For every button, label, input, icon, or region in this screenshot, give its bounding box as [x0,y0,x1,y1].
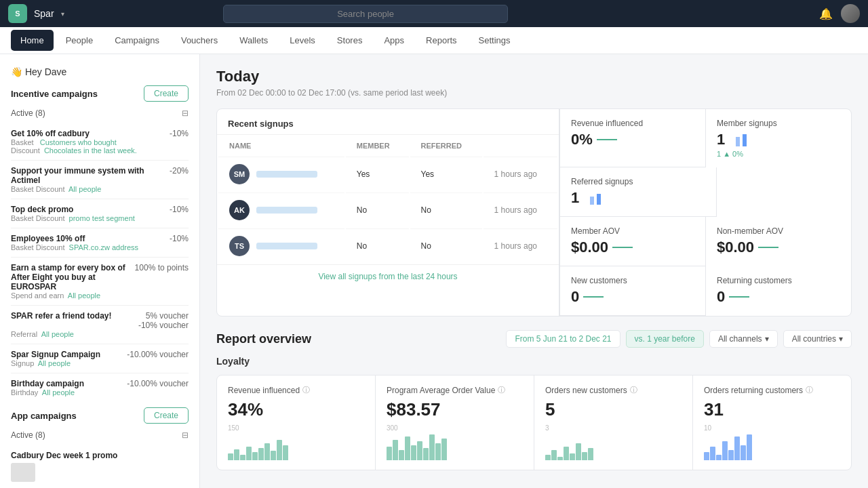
table-row: AK No No 1 hours ago [218,192,557,227]
bar [716,455,722,460]
campaign-link[interactable]: SPAR.co.zw address [69,243,139,251]
campaign-thumbnail [11,463,35,482]
nav-item-home[interactable]: Home [11,30,54,51]
nav-item-campaigns[interactable]: Campaigns [105,30,169,51]
stats-grid: Revenue influenced 0% Member signups 1 1… [559,109,851,316]
user-name-redacted [256,243,317,249]
campaign-item: Spar Signup Campaign -10.00% voucher Sig… [11,344,189,373]
campaign-link[interactable]: All people [38,359,71,367]
nav-item-apps[interactable]: Apps [374,30,414,51]
bar [393,440,398,460]
collapse-icon[interactable]: ⊟ [182,108,189,118]
search-input[interactable] [223,5,508,23]
nav-item-vouchers[interactable]: Vouchers [172,30,227,51]
campaign-link[interactable]: All people [68,185,101,193]
bar [728,450,734,460]
bar [234,449,239,460]
avatar[interactable] [841,4,860,23]
nav-item-levels[interactable]: Levels [280,30,325,51]
signup-name-cell: SM [218,157,344,191]
svg-rect-2 [590,197,594,205]
bar [417,441,422,460]
bar [228,453,233,460]
sidebar: 👋 Hey Dave Incentive campaigns Create Ac… [0,54,200,488]
bar [283,445,288,460]
stat-line [597,139,617,140]
loyalty-card-returning-orders: Orders returning customers ⓘ 31 10 [693,375,851,470]
compare-button[interactable]: vs. 1 year before [626,330,704,348]
search-container [223,5,508,23]
recent-signups-panel: Recent signups NAME MEMBER REFERRED [217,109,559,316]
all-channels-dropdown[interactable]: All channels ▾ [709,330,778,348]
bar [582,452,587,460]
user-name-redacted [256,171,317,178]
nav-item-people[interactable]: People [56,30,102,51]
info-icon[interactable]: ⓘ [806,385,813,395]
campaign-item: Get 10% off cadbury -10% Basket Customer… [11,123,189,161]
app-logo[interactable]: S [8,4,27,23]
bar [570,453,575,460]
avatar: TS [229,236,250,256]
info-icon[interactable]: ⓘ [302,385,310,395]
nav-item-stores[interactable]: Stores [328,30,372,51]
report-filters: From 5 Jun 21 to 2 Dec 21 vs. 1 year bef… [506,330,852,348]
view-all-signups-link[interactable]: View all signups from the last 24 hours [217,264,559,288]
layout: 👋 Hey Dave Incentive campaigns Create Ac… [0,54,868,488]
app-create-button[interactable]: Create [144,407,189,424]
col-referred: REFERRED [410,136,482,155]
nav-item-wallets[interactable]: Wallets [230,30,277,51]
today-grid: Recent signups NAME MEMBER REFERRED [216,108,852,317]
campaign-link2[interactable]: Chocolates in the last week. [44,146,137,155]
nav-item-settings[interactable]: Settings [469,30,520,51]
stat-empty [717,167,851,217]
bar [264,443,270,460]
bar [423,448,429,460]
campaign-item: SPAR refer a friend today! 5% voucher-10… [11,306,189,344]
col-time [484,136,557,155]
info-icon[interactable]: ⓘ [498,385,505,395]
bar [271,451,276,460]
bar [252,452,258,460]
bar [405,436,410,460]
bar [741,445,746,460]
bar [564,447,569,460]
date-range-button[interactable]: From 5 Jun 21 to 2 Dec 21 [506,330,620,348]
loyalty-card-revenue: Revenue influenced ⓘ 34% 150 [217,375,376,470]
campaign-item: Top deck promo -10% Basket Discount prom… [11,199,189,228]
table-row: TS No No 1 hours ago [218,228,557,263]
chevron-down-icon: ▾ [765,334,769,344]
brand-chevron[interactable]: ▾ [61,10,64,18]
nav-item-reports[interactable]: Reports [416,30,467,51]
stats-row-2: Referred signups 1 [559,167,851,217]
bar [429,434,435,460]
bar [747,434,752,460]
campaign-link[interactable]: promo test segment [69,214,135,222]
col-member: MEMBER [346,136,409,155]
bar [435,443,441,460]
bar [722,441,728,460]
app-collapse-icon[interactable]: ⊟ [182,430,189,440]
notifications-bell-icon[interactable]: 🔔 [819,7,833,20]
info-icon[interactable]: ⓘ [630,385,637,395]
incentive-title: Incentive campaigns [11,89,98,99]
all-countries-dropdown[interactable]: All countries ▾ [783,330,852,348]
loyalty-cards: Revenue influenced ⓘ 34% 150 [216,375,852,470]
bar [246,447,252,460]
signup-name-cell: AK [218,192,344,227]
incentive-campaigns-section: Incentive campaigns Create Active (8) ⊟ … [0,85,199,402]
bar [576,443,581,460]
campaign-link[interactable]: Customers who bought [40,138,117,146]
campaign-link[interactable]: All people [42,388,75,396]
campaign-link[interactable]: All people [41,330,74,338]
incentive-create-button[interactable]: Create [144,85,189,102]
loyalty-card-aov: Program Average Order Value ⓘ $83.57 300 [376,375,534,470]
avatar: SM [229,164,250,184]
stat-member-signups: Member signups 1 1 ▲ 0% [705,109,851,167]
returning-orders-chart [704,433,840,460]
avatar: AK [229,200,250,220]
stat-line [583,296,604,298]
campaign-link[interactable]: All people [68,291,100,300]
bar [258,448,264,460]
stats-row-3: Member AOV $0.00 Non-member AOV $0.00 [559,217,851,266]
aov-chart [387,433,523,460]
